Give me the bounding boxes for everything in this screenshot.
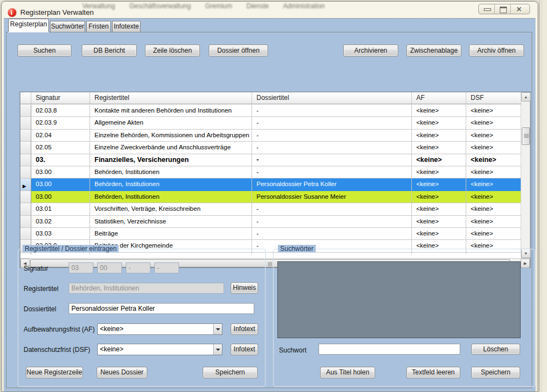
row-header-cell[interactable] <box>20 105 31 117</box>
loeschen-button[interactable]: Löschen <box>471 344 520 355</box>
chevron-down-icon[interactable] <box>213 324 222 334</box>
dossier-oeffnen-button[interactable]: Dossier öffnen <box>209 44 268 57</box>
table-row[interactable]: 03.00 Behörden, Institutionen Personaldo… <box>20 178 521 191</box>
cell-registertitel[interactable]: Allgemeine Akten <box>90 117 252 129</box>
minimize-button[interactable] <box>479 4 495 14</box>
cell-af[interactable]: <keine> <box>412 228 466 240</box>
cell-af[interactable]: <keine> <box>412 154 466 166</box>
cell-signatur[interactable]: 03.00 <box>31 166 90 178</box>
vertical-scrollbar-thumb[interactable] <box>522 127 530 145</box>
row-header-cell[interactable] <box>20 216 31 228</box>
zwischenablage-button[interactable]: Zwischenablage <box>406 44 461 57</box>
table-row[interactable]: 03. Finanzielles, Versicherungen - <kein… <box>20 154 521 166</box>
cell-dsf[interactable]: <keine> <box>466 178 521 191</box>
cell-signatur[interactable]: 02.05 <box>31 142 90 154</box>
db-bericht-button[interactable]: DB Bericht <box>82 44 137 57</box>
archiv-oeffnen-button[interactable]: Archiv öffnen <box>469 44 524 57</box>
table-row[interactable]: 03.00 Behörden, Institutionen - <keine> … <box>20 166 521 178</box>
table-row[interactable]: 03.02 Statistiken, Verzeichnisse - <kein… <box>20 216 521 228</box>
cell-registertitel[interactable]: Behörden, Institutionen <box>90 178 252 191</box>
cell-dossiertitel[interactable]: - <box>252 228 412 240</box>
aus-titel-holen-button[interactable]: Aus Titel holen <box>320 367 375 378</box>
close-button[interactable] <box>511 4 529 14</box>
cell-registertitel[interactable]: Beiträge <box>90 228 252 240</box>
cell-af[interactable]: <keine> <box>412 203 466 215</box>
registertitel-field[interactable] <box>69 283 224 294</box>
row-header-cell[interactable] <box>20 166 31 178</box>
cell-dossiertitel[interactable]: Personaldossier Susanne Meier <box>252 191 412 203</box>
cell-dsf[interactable]: <keine> <box>466 142 521 154</box>
signatur-field-4[interactable] <box>154 262 179 273</box>
cell-af[interactable]: <keine> <box>412 117 466 129</box>
cell-dossiertitel[interactable]: - <box>252 166 412 178</box>
chevron-down-icon[interactable] <box>213 344 222 355</box>
table-row[interactable]: 03.00 Behörden, Institutionen Personaldo… <box>20 191 521 203</box>
column-header-registertitel[interactable]: Registertitel <box>90 92 252 104</box>
cell-signatur[interactable]: 03. <box>31 154 90 166</box>
cell-dossiertitel[interactable]: - <box>252 142 412 154</box>
cell-af[interactable]: <keine> <box>412 105 466 117</box>
cell-af[interactable]: <keine> <box>412 191 466 203</box>
cell-dossiertitel[interactable]: - <box>252 203 412 215</box>
row-header-cell[interactable] <box>20 154 31 166</box>
row-header-cell[interactable] <box>20 203 31 215</box>
cell-dsf[interactable]: <keine> <box>466 191 521 203</box>
signatur-field-1[interactable] <box>69 262 93 273</box>
cell-dsf[interactable]: <keine> <box>466 105 521 117</box>
suchwort-speichern-button[interactable]: Speichern <box>471 367 520 378</box>
tab-fristen[interactable]: Fristen <box>86 21 111 32</box>
cell-dossiertitel[interactable]: Personaldossier Petra Koller <box>252 178 412 191</box>
speichern-button[interactable]: Speichern <box>203 367 258 378</box>
zeile-loeschen-button[interactable]: Zeile löschen <box>145 44 200 57</box>
datenschutzfrist-select[interactable]: <keine> <box>97 344 222 355</box>
signatur-field-2[interactable] <box>97 262 122 273</box>
table-row[interactable]: 02.03.8 Kontakte mit anderen Behörden un… <box>20 105 521 117</box>
cell-dossiertitel[interactable]: - <box>252 216 412 228</box>
row-header-cell[interactable] <box>20 191 31 203</box>
scroll-up-icon[interactable]: ▲ <box>521 92 531 102</box>
cell-registertitel[interactable]: Vorschriften, Verträge, Kreisschreiben <box>90 203 252 215</box>
cell-registertitel[interactable]: Behörden, Institutionen <box>90 191 252 203</box>
cell-registertitel[interactable]: Statistiken, Verzeichnisse <box>90 216 252 228</box>
neues-dossier-button[interactable]: Neues Dossier <box>97 367 147 378</box>
cell-dossiertitel[interactable]: - <box>252 105 412 117</box>
row-header-cell[interactable] <box>20 178 31 191</box>
table-row[interactable]: 03.01 Vorschriften, Verträge, Kreisschre… <box>20 203 521 215</box>
cell-registertitel[interactable]: Kontakte mit anderen Behörden und Instit… <box>90 105 252 117</box>
cell-signatur[interactable]: 03.00 <box>31 191 90 203</box>
cell-af[interactable]: <keine> <box>412 166 466 178</box>
row-header-cell[interactable] <box>20 130 31 142</box>
column-header-af[interactable]: AF <box>412 92 466 104</box>
cell-signatur[interactable]: 03.01 <box>31 203 90 215</box>
cell-dossiertitel[interactable]: - <box>252 117 412 129</box>
infotext-dsf-button[interactable]: Infotext <box>231 344 258 355</box>
hinweis-button[interactable]: Hinweis <box>231 282 258 294</box>
cell-signatur[interactable]: 02.04 <box>31 130 90 142</box>
cell-dsf[interactable]: <keine> <box>466 216 521 228</box>
infotext-af-button[interactable]: Infotext <box>231 323 258 335</box>
cell-dsf[interactable]: <keine> <box>466 154 521 166</box>
cell-dsf[interactable]: <keine> <box>466 203 521 215</box>
table-row[interactable]: 02.03.9 Allgemeine Akten - <keine> <kein… <box>20 117 521 129</box>
row-header-cell[interactable] <box>20 228 31 240</box>
vertical-scrollbar[interactable]: ▲ ▼ <box>521 92 530 258</box>
cell-af[interactable]: <keine> <box>412 216 466 228</box>
column-header-dossiertitel[interactable]: Dossiertitel <box>252 92 412 104</box>
cell-dossiertitel[interactable]: - <box>252 130 412 142</box>
cell-dsf[interactable]: <keine> <box>466 228 521 240</box>
suchwoerter-listbox[interactable] <box>277 261 521 338</box>
cell-signatur[interactable]: 03.03 <box>31 228 90 240</box>
cell-dossiertitel[interactable]: - <box>252 154 412 166</box>
cell-af[interactable]: <keine> <box>412 130 466 142</box>
row-header-cell[interactable] <box>20 142 31 154</box>
tab-registerplan[interactable]: Registerplan <box>8 19 49 32</box>
cell-dsf[interactable]: <keine> <box>466 130 521 142</box>
aufbewahrungsfrist-select[interactable]: <keine> <box>97 323 222 335</box>
textfeld-leeren-button[interactable]: Textfeld leeren <box>406 367 460 378</box>
table-row[interactable]: 03.03 Beiträge - <keine> <keine> <box>20 228 521 240</box>
cell-dsf[interactable]: <keine> <box>466 117 521 129</box>
tab-infotexte[interactable]: Infotexte <box>112 21 141 32</box>
row-header-cell[interactable] <box>20 117 31 129</box>
cell-af[interactable]: <keine> <box>412 178 466 191</box>
suchwort-input[interactable] <box>319 344 460 355</box>
